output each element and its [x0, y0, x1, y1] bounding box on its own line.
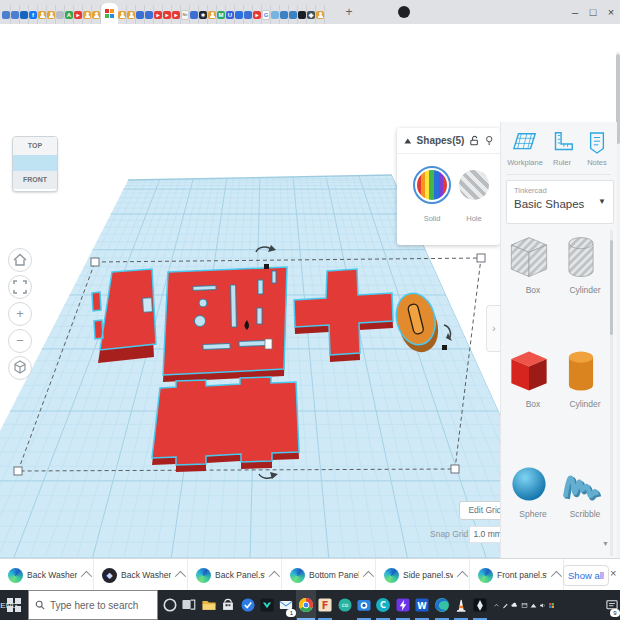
show-all-downloads-button[interactable]: Show all	[563, 565, 609, 586]
tray-pen-icon[interactable]	[501, 590, 510, 620]
zoom-out-button[interactable]: −	[8, 329, 32, 353]
snap-grid-select[interactable]: 1.0 mm ▾	[469, 526, 500, 543]
browser-tab[interactable]: G	[262, 5, 271, 24]
download-menu-chevron-icon[interactable]	[175, 571, 186, 582]
window-minimize-button[interactable]: –	[566, 0, 584, 24]
download-item[interactable]: Side panel.svg	[376, 559, 470, 591]
download-menu-chevron-icon[interactable]	[269, 571, 280, 582]
taskbar-app-chrome[interactable]	[296, 590, 316, 620]
browser-tab[interactable]: ▸	[253, 5, 262, 24]
edit-grid-button[interactable]: Edit Grid	[459, 501, 500, 520]
home-view-button[interactable]	[8, 248, 32, 272]
gallery-shape-box-hole[interactable]: Box	[507, 232, 559, 295]
browser-tab[interactable]: A	[65, 5, 74, 24]
fit-view-button[interactable]	[8, 275, 32, 299]
browser-tab[interactable]	[145, 5, 154, 24]
scene-shape-bottom-panel[interactable]	[152, 377, 299, 472]
browser-tab[interactable]	[271, 5, 280, 24]
tray-chevron-icon[interactable]	[492, 590, 501, 620]
taskbar-app-f-app[interactable]: F	[315, 590, 335, 620]
solid-swatch[interactable]	[417, 170, 447, 200]
browser-tab[interactable]: ▸	[154, 5, 163, 24]
download-item[interactable]: Back Washer.svg	[0, 559, 94, 591]
downloads-bar-close-icon[interactable]: ×	[610, 567, 616, 579]
taskbar-app-task-view[interactable]	[179, 590, 199, 620]
tab-active-tinkercad[interactable]	[101, 3, 118, 24]
sidebar-scrollbar[interactable]	[610, 230, 613, 556]
lightbulb-icon[interactable]	[485, 134, 493, 147]
browser-tab[interactable]: f	[29, 5, 38, 24]
browser-tab[interactable]: ◆	[307, 5, 316, 24]
taskbar-app-predator[interactable]	[257, 590, 277, 620]
browser-tab[interactable]	[289, 5, 298, 24]
notes-tool[interactable]: Notes	[579, 130, 615, 167]
zoom-in-button[interactable]: +	[8, 302, 32, 326]
scene-shape-back-panel[interactable]	[163, 267, 287, 382]
browser-tab[interactable]	[47, 5, 56, 24]
hole-swatch[interactable]	[459, 170, 489, 200]
browser-tab[interactable]: ∗	[199, 5, 208, 24]
taskbar-app-ms-store[interactable]	[218, 590, 238, 620]
download-menu-chevron-icon[interactable]	[551, 571, 562, 582]
taskbar-app-lightning[interactable]	[393, 590, 413, 620]
taskbar-app-lamp[interactable]	[470, 590, 490, 620]
browser-tab[interactable]	[38, 5, 47, 24]
browser-tab[interactable]	[92, 5, 101, 24]
gallery-scroll-down-icon[interactable]: ▼	[602, 540, 609, 547]
taskbar-app-teal-app[interactable]: co	[335, 590, 355, 620]
browser-tab[interactable]	[280, 5, 289, 24]
browser-tab[interactable]	[118, 5, 127, 24]
taskbar-app-camera[interactable]	[354, 590, 374, 620]
gallery-shape-cyl-solid[interactable]: Cylinder	[559, 346, 611, 409]
view-cube-front[interactable]: FRONT	[13, 171, 57, 189]
new-tab-button[interactable]: +	[342, 5, 356, 19]
browser-tab[interactable]: ▸	[74, 5, 83, 24]
taskbar-app-mail[interactable]: 1	[276, 590, 296, 620]
browser-tab[interactable]	[244, 5, 253, 24]
action-center-button[interactable]: 9	[604, 590, 620, 620]
download-item[interactable]: Bottom Panel.svg	[282, 559, 376, 591]
taskbar-search-box[interactable]: Type here to search	[28, 590, 158, 620]
browser-tab[interactable]	[208, 5, 217, 24]
browser-tab[interactable]	[235, 5, 244, 24]
browser-tab[interactable]	[11, 5, 20, 24]
view-cube-band[interactable]	[13, 155, 57, 171]
gallery-shape-box-solid[interactable]: Box	[507, 346, 559, 409]
panel-expand-chevron[interactable]: ›	[486, 305, 500, 352]
download-menu-chevron-icon[interactable]	[81, 571, 92, 582]
tray-onedrive-icon[interactable]	[510, 590, 519, 620]
tray-colorgrid-icon[interactable]	[547, 590, 556, 620]
tab-search-button[interactable]	[398, 6, 410, 18]
collapse-icon[interactable]	[404, 137, 412, 145]
browser-tab[interactable]	[316, 5, 325, 24]
download-item[interactable]: Front panel.svg	[470, 559, 564, 591]
tray-window-icon[interactable]	[520, 590, 529, 620]
taskbar-app-canva[interactable]: C	[373, 590, 393, 620]
browser-tab[interactable]: ▸	[163, 5, 172, 24]
tray-volume-icon[interactable]	[538, 590, 547, 620]
shape-category-dropdown[interactable]: Tinkercad Basic Shapes ▼	[506, 180, 614, 224]
taskbar-app-check-app[interactable]	[238, 590, 258, 620]
start-button[interactable]	[0, 590, 28, 620]
browser-tab[interactable]: U	[226, 5, 235, 24]
gallery-shape-scribble[interactable]: Scribble	[559, 460, 611, 519]
workplane-tool[interactable]: Workplane	[507, 130, 543, 167]
window-close-button[interactable]: ×	[602, 0, 620, 24]
gallery-shape-cyl-hole[interactable]: Cylinder	[559, 232, 611, 295]
browser-tab[interactable]: Ne	[181, 5, 190, 24]
ruler-tool[interactable]: Ruler	[544, 130, 580, 167]
view-cube[interactable]: TOP FRONT	[12, 136, 58, 192]
window-maximize-button[interactable]: □	[584, 0, 602, 24]
taskbar-app-word[interactable]: W	[412, 590, 432, 620]
browser-tab[interactable]	[83, 5, 92, 24]
tray-network-icon[interactable]	[529, 590, 538, 620]
browser-tab[interactable]	[136, 5, 145, 24]
download-menu-chevron-icon[interactable]	[363, 571, 374, 582]
download-item[interactable]: Back Panel.svg	[188, 559, 282, 591]
browser-tab[interactable]	[20, 5, 29, 24]
browser-tab[interactable]	[127, 5, 136, 24]
view-cube-top[interactable]: TOP	[13, 137, 57, 155]
taskbar-app-file-explorer[interactable]	[199, 590, 219, 620]
taskbar-app-vlc[interactable]	[451, 590, 471, 620]
download-item[interactable]: ◆Back Washer.stl	[94, 559, 188, 591]
